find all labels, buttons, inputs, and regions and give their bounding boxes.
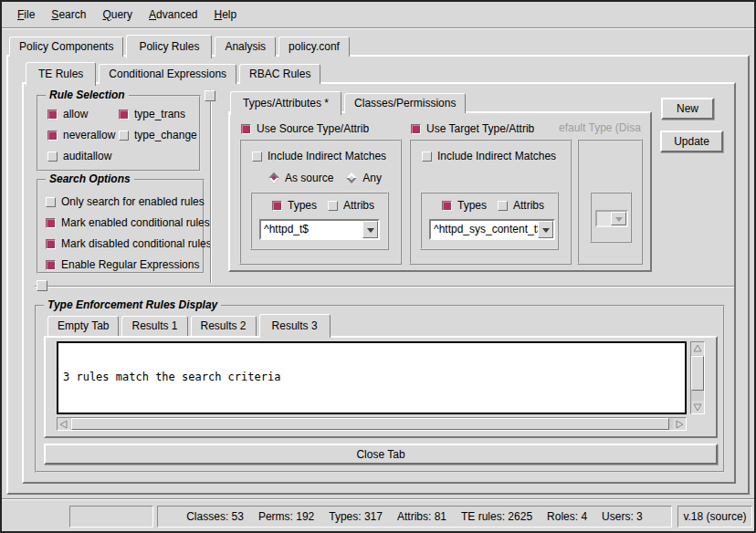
checkbox-neverallow[interactable]: neverallow (47, 129, 119, 141)
target-group: Include Indirect Matches Types Attribs ^… (409, 139, 572, 265)
radio-indicator (268, 172, 278, 183)
search-options-group: Search Options Only search for enabled r… (37, 179, 205, 274)
checkbox-indicator (46, 239, 56, 249)
checkbox-allow[interactable]: allow (47, 108, 119, 120)
checkbox-only-enabled[interactable]: Only search for enabled rules (46, 195, 212, 208)
checkbox-source-types[interactable]: Types (272, 199, 317, 212)
tab-rbac-rules[interactable]: RBAC Rules (239, 64, 320, 84)
radio-as-source[interactable]: As source (268, 172, 333, 184)
stat-types: Types: 317 (329, 510, 383, 523)
checkbox-indicator (47, 131, 58, 141)
types-attributes-frame: Use Source Type/Attrib Include Indirect … (228, 111, 652, 272)
default-type-combobox (595, 210, 628, 227)
radio-indicator (347, 172, 357, 183)
checkbox-source-attribs[interactable]: Attribs (328, 199, 374, 212)
horizontal-sash[interactable] (35, 286, 734, 287)
tab-analysis[interactable]: Analysis (215, 37, 276, 57)
checkbox-indicator (422, 152, 432, 162)
horizontal-scrollbar[interactable] (57, 417, 687, 431)
menu-search[interactable]: Search (43, 5, 94, 25)
results-tab-bar: Empty Tab Results 1 Results 2 Results 3 (47, 316, 333, 336)
tab-classes-permissions[interactable]: Classes/Permissions (344, 93, 466, 113)
checkbox-indicator (272, 201, 282, 211)
menu-file[interactable]: File (9, 5, 43, 25)
scroll-down-icon[interactable] (691, 401, 704, 413)
checkbox-regex[interactable]: Enable Regular Expressions (46, 258, 212, 271)
results-summary: 3 rules match the search criteria (63, 371, 680, 383)
horizontal-scroll-thumb[interactable] (71, 418, 669, 430)
checkbox-indicator (328, 201, 338, 211)
checkbox-indicator (47, 110, 58, 120)
checkbox-source-indirect[interactable]: Include Indirect Matches (252, 150, 386, 162)
checkbox-mark-disabled[interactable]: Mark disabled conditional rules (46, 237, 212, 250)
tab-conditional-expressions[interactable]: Conditional Expressions (99, 64, 236, 84)
scroll-right-icon[interactable] (673, 418, 686, 430)
close-tab-button[interactable]: Close Tab (44, 444, 718, 465)
results-textarea[interactable]: 3 rules match the search criteria (5822)… (57, 341, 687, 414)
vertical-sash[interactable] (210, 89, 212, 283)
update-button[interactable]: Update (660, 131, 723, 152)
source-type-combobox[interactable]: ^httpd_t$ (259, 219, 380, 240)
checkbox-use-source[interactable]: Use Source Type/Attrib (241, 122, 369, 135)
default-type-label: efault Type (Disa (559, 121, 646, 134)
tab-te-rules[interactable]: TE Rules (26, 62, 96, 86)
main-tab-bar: Policy Components Policy Rules Analysis … (9, 35, 352, 57)
horizontal-sash-grip[interactable] (37, 280, 47, 291)
results-group: Type Enforcement Rules Display Empty Tab… (35, 305, 725, 473)
dropdown-arrow-icon[interactable] (538, 221, 553, 238)
ta-tab-bar: Types/Attributes * Classes/Permissions (230, 93, 468, 113)
checkbox-indicator (46, 260, 56, 270)
tab-policy-components[interactable]: Policy Components (9, 37, 123, 57)
vertical-scroll-thumb[interactable] (691, 356, 704, 391)
checkbox-auditallow[interactable]: auditallow (47, 150, 119, 162)
stat-users: Users: 3 (602, 510, 643, 523)
tab-results-1[interactable]: Results 1 (121, 316, 187, 336)
menu-advanced[interactable]: Advanced (141, 5, 205, 25)
status-stats-box: Classes: 53 Perms: 192 Types: 317 Attrib… (157, 506, 672, 528)
vertical-scrollbar[interactable] (690, 341, 705, 414)
policy-stats: Classes: 53 Perms: 192 Types: 317 Attrib… (186, 510, 643, 523)
stat-roles: Roles: 4 (547, 510, 587, 523)
menu-bar: File Search Query Advanced Help (2, 2, 754, 27)
stat-attribs: Attribs: 81 (397, 510, 446, 523)
menu-help[interactable]: Help (205, 5, 245, 25)
scroll-left-icon[interactable] (58, 418, 70, 430)
tab-results-3[interactable]: Results 3 (259, 314, 331, 338)
checkbox-indicator (47, 152, 58, 162)
tab-policy-rules[interactable]: Policy Rules (126, 35, 212, 58)
te-tab-bar: TE Rules Conditional Expressions RBAC Ru… (26, 62, 323, 84)
checkbox-indicator (241, 124, 251, 134)
scroll-up-icon[interactable] (691, 342, 704, 355)
menubar-separator (2, 27, 754, 29)
statusbar-separator (2, 498, 754, 500)
checkbox-indicator (119, 110, 129, 120)
tab-policy-conf[interactable]: policy.conf (278, 37, 350, 57)
checkbox-target-attribs[interactable]: Attribs (498, 199, 544, 212)
default-type-box (590, 192, 632, 243)
stat-perms: Perms: 192 (258, 510, 314, 523)
target-type-combobox[interactable]: ^httpd_sys_content_t$ (429, 219, 555, 240)
radio-any[interactable]: Any (346, 172, 382, 184)
search-options-title: Search Options (46, 172, 134, 185)
menu-query[interactable]: Query (94, 5, 141, 25)
checkbox-type-change[interactable]: type_change (119, 129, 197, 141)
checkbox-indicator (46, 197, 56, 207)
results-content-frame: 3 rules match the search criteria (5822)… (44, 336, 718, 438)
rule-selection-group: Rule Selection allow type_trans neverall… (37, 95, 201, 172)
checkbox-target-indirect[interactable]: Include Indirect Matches (422, 150, 556, 162)
tab-types-attributes[interactable]: Types/Attributes * (230, 91, 341, 115)
checkbox-target-types[interactable]: Types (442, 199, 487, 212)
dropdown-arrow-icon[interactable] (362, 221, 378, 238)
new-button[interactable]: New (661, 98, 714, 120)
checkbox-mark-enabled[interactable]: Mark enabled conditional rules (46, 216, 212, 229)
tab-empty[interactable]: Empty Tab (47, 316, 119, 336)
rule-selection-title: Rule Selection (46, 89, 129, 101)
target-types-box: Types Attribs ^httpd_sys_content_t$ (420, 192, 559, 250)
checkbox-use-target[interactable]: Use Target Type/Attrib (411, 122, 534, 135)
tab-results-2[interactable]: Results 2 (191, 316, 257, 336)
vertical-sash-grip[interactable] (205, 90, 215, 101)
checkbox-indicator (46, 218, 56, 228)
checkbox-type-trans[interactable]: type_trans (119, 108, 197, 120)
default-type-group (577, 139, 643, 265)
checkbox-indicator (411, 124, 421, 134)
